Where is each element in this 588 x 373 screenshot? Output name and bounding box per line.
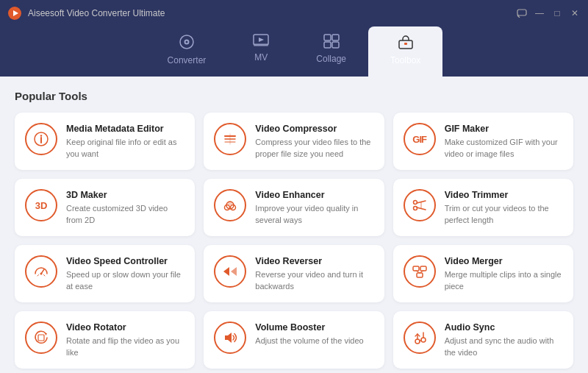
svg-point-27 [413,207,417,210]
toolbox-icon [398,34,414,52]
tab-toolbox[interactable]: Toolbox [368,26,442,77]
svg-rect-10 [332,35,339,40]
minimize-btn[interactable]: — [534,7,545,19]
svg-point-26 [413,201,417,205]
tab-collage[interactable]: Collage [294,26,368,77]
gif-maker-icon: GIF [404,123,436,155]
video-enhancer-info: Video Enhancer Improve your video qualit… [255,189,373,226]
gif-maker-info: GIF Maker Make customized GIF with your … [445,123,563,160]
gif-maker-name: GIF Maker [445,123,563,135]
audio-sync-desc: Adjust and sync the audio with the video [445,335,563,358]
3d-maker-icon: 3D [25,189,57,221]
app-title: Aiseesoft Video Converter Ultimate [28,8,516,18]
3d-maker-info: 3D Maker Create customized 3D video from… [66,189,184,226]
video-speed-controller-desc: Speed up or slow down your file at ease [66,269,184,292]
svg-point-6 [185,41,187,43]
video-enhancer-name: Video Enhancer [255,189,373,201]
audio-sync-info: Audio Sync Adjust and sync the audio wit… [445,322,563,358]
app-logo [7,6,22,21]
video-merger-icon [404,255,436,288]
svg-rect-8 [254,43,268,46]
svg-rect-11 [324,42,331,48]
svg-rect-2 [517,10,526,15]
video-reverser-name: Video Reverser [255,255,373,267]
video-reverser-info: Video Reverser Reverse your video and tu… [255,255,373,292]
video-trimmer-desc: Trim or cut your videos to the perfect l… [445,203,563,226]
tool-video-compressor[interactable]: Video Compressor Compress your video fil… [204,113,384,170]
video-speed-controller-info: Video Speed Controller Speed up or slow … [66,255,184,292]
gif-text: GIF [412,134,426,145]
svg-point-46 [421,338,426,342]
tool-volume-booster[interactable]: Volume Booster Adjust the volume of the … [204,311,384,369]
tool-video-trimmer[interactable]: Video Trimmer Trim or cut your videos to… [393,179,573,236]
tab-converter[interactable]: Converter [146,26,229,77]
svg-point-25 [228,201,232,205]
main-content: Popular Tools Media Metadata Editor Keep… [0,77,588,373]
audio-sync-name: Audio Sync [445,322,563,333]
svg-rect-14 [404,43,407,45]
svg-point-32 [40,273,43,275]
tool-video-reverser[interactable]: Video Reverser Reverse your video and tu… [204,245,384,302]
tool-audio-sync[interactable]: Audio Sync Adjust and sync the audio wit… [393,311,573,369]
converter-icon [179,34,195,52]
svg-rect-39 [417,273,423,277]
tool-video-enhancer[interactable]: Video Enhancer Improve your video qualit… [204,179,384,236]
mv-icon [253,34,269,49]
window-controls: — □ ✕ [516,7,581,19]
close-btn[interactable]: ✕ [569,7,581,19]
tool-video-merger[interactable]: Video Merger Merge multiple clips into a… [393,245,573,302]
nav-tabs: Converter MV Collage [0,26,588,77]
svg-rect-38 [420,266,426,271]
audio-sync-icon [404,322,436,354]
svg-marker-35 [223,267,229,276]
svg-rect-37 [413,266,419,271]
media-metadata-editor-desc: Keep original file info or edit as you w… [66,137,184,160]
tab-mv[interactable]: MV [228,26,294,77]
tool-video-rotator[interactable]: Video Rotator Rotate and flip the video … [15,311,195,369]
svg-marker-42 [45,333,47,335]
chat-btn[interactable] [516,7,528,19]
maximize-btn[interactable]: □ [551,7,563,19]
video-trimmer-icon [404,189,436,221]
tab-mv-label: MV [254,52,268,63]
section-title: Popular Tools [15,90,573,102]
video-speed-controller-name: Video Speed Controller [66,255,184,267]
video-trimmer-info: Video Trimmer Trim or cut your videos to… [445,189,563,226]
media-metadata-editor-info: Media Metadata Editor Keep original file… [66,123,184,160]
3d-text: 3D [35,200,48,211]
video-compressor-info: Video Compressor Compress your video fil… [255,123,373,160]
svg-rect-43 [38,335,44,341]
video-compressor-name: Video Compressor [255,123,373,135]
video-rotator-info: Video Rotator Rotate and flip the video … [66,322,184,358]
media-metadata-editor-name: Media Metadata Editor [66,123,184,135]
tool-media-metadata-editor[interactable]: Media Metadata Editor Keep original file… [15,113,195,170]
video-merger-desc: Merge multiple clips into a single piece [445,269,563,292]
video-rotator-desc: Rotate and flip the video as you like [66,335,184,358]
media-metadata-editor-icon [25,123,57,155]
video-compressor-desc: Compress your video files to the proper … [255,137,373,160]
tab-collage-label: Collage [316,54,346,64]
gif-maker-desc: Make customized GIF with your video or i… [445,137,563,160]
tab-toolbox-label: Toolbox [390,55,420,65]
volume-booster-desc: Adjust the volume of the video [255,335,373,347]
svg-point-45 [415,339,420,344]
svg-rect-9 [324,35,331,40]
video-compressor-icon [214,123,246,155]
video-enhancer-icon [214,189,246,221]
video-rotator-name: Video Rotator [66,322,184,333]
video-rotator-icon [25,322,57,354]
video-speed-controller-icon [25,255,57,288]
tool-3d-maker[interactable]: 3D 3D Maker Create customized 3D video f… [15,179,195,236]
3d-maker-name: 3D Maker [66,189,184,201]
video-merger-name: Video Merger [445,255,563,267]
volume-booster-info: Volume Booster Adjust the volume of the … [255,322,373,347]
svg-point-17 [40,135,42,136]
svg-line-33 [37,275,39,277]
video-merger-info: Video Merger Merge multiple clips into a… [445,255,563,292]
tool-gif-maker[interactable]: GIF GIF Maker Make customized GIF with y… [393,113,573,170]
tool-video-speed-controller[interactable]: Video Speed Controller Speed up or slow … [15,245,195,302]
3d-maker-desc: Create customized 3D video from 2D [66,203,184,226]
volume-booster-name: Volume Booster [255,322,373,333]
svg-line-34 [44,275,46,277]
video-enhancer-desc: Improve your video quality in several wa… [255,203,373,226]
